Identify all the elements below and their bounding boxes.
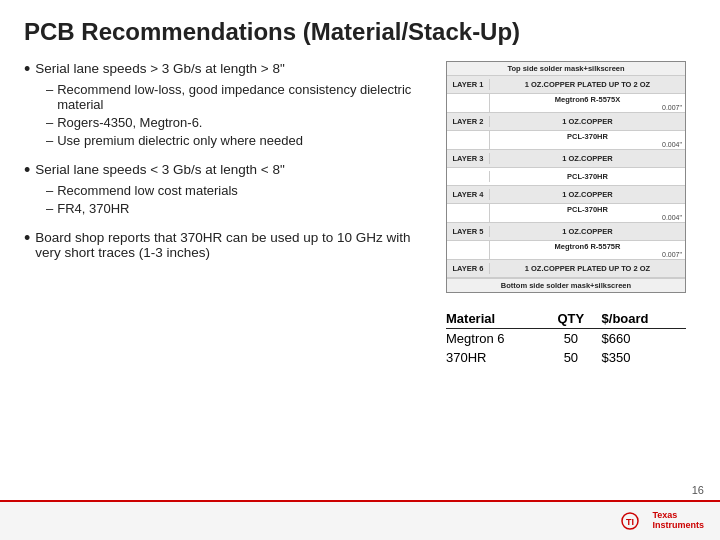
col-material: Material: [446, 309, 548, 329]
cell-qty: 50: [548, 348, 601, 367]
stackup-dielectric-3: PCL-370HR 0.004": [447, 204, 685, 223]
bullet-1-main: Serial lane speeds > 3 Gb/s at length > …: [24, 61, 432, 78]
svg-text:TI: TI: [626, 517, 634, 527]
stackup-dielectric-2: PCL-370HR 0.004": [447, 131, 685, 150]
stackup-layer-2: LAYER 2 1 OZ.COPPER: [447, 113, 685, 131]
bullet-section-2: Serial lane speeds < 3 Gb/s at length < …: [24, 162, 432, 216]
right-column: Top side solder mask+silkscreen LAYER 1 …: [446, 61, 696, 367]
cell-material: 370HR: [446, 348, 548, 367]
bullet-1-subs: Recommend low-loss, good impedance consi…: [46, 82, 432, 148]
cell-price: $350: [602, 348, 686, 367]
stackup-dielectric-4: Megtron6 R-5575R 0.007": [447, 241, 685, 260]
stackup-layer-3: LAYER 3 1 OZ.COPPER: [447, 150, 685, 168]
col-qty: QTY: [548, 309, 601, 329]
sub-bullet-2-1: Recommend low cost materials: [46, 183, 432, 198]
ti-logo-icon: TI: [612, 511, 648, 531]
bullet-2-main: Serial lane speeds < 3 Gb/s at length < …: [24, 162, 432, 179]
table-header-row: Material QTY $/board: [446, 309, 686, 329]
content-area: Serial lane speeds > 3 Gb/s at length > …: [24, 61, 696, 367]
stackup-dielectric-1: Megtron6 R-5575X 0.007": [447, 94, 685, 113]
stackup-footer: Bottom side solder mask+silkscreen: [447, 278, 685, 292]
stackup-layer-6: LAYER 6 1 OZ.COPPER PLATED UP TO 2 OZ: [447, 260, 685, 278]
bullet-section-1: Serial lane speeds > 3 Gb/s at length > …: [24, 61, 432, 148]
ti-logo-text: Texas Instruments: [652, 511, 704, 531]
ti-logo: TI Texas Instruments: [612, 511, 704, 531]
col-price: $/board: [602, 309, 686, 329]
material-table: Material QTY $/board Megtron 6 50 $660 3…: [446, 309, 686, 367]
cell-qty: 50: [548, 328, 601, 348]
stackup-diagram: Top side solder mask+silkscreen LAYER 1 …: [446, 61, 686, 293]
bullet-2-subs: Recommend low cost materials FR4, 370HR: [46, 183, 432, 216]
sub-bullet-1-1: Recommend low-loss, good impedance consi…: [46, 82, 432, 112]
bullet-section-3: Board shop reports that 370HR can be use…: [24, 230, 432, 260]
cell-material: Megtron 6: [446, 328, 548, 348]
slide-number: 16: [692, 484, 704, 496]
stackup-layer-4: LAYER 4 1 OZ.COPPER: [447, 186, 685, 204]
slide-title: PCB Recommendations (Material/Stack-Up): [24, 18, 696, 47]
table-row: 370HR 50 $350: [446, 348, 686, 367]
sub-bullet-1-3: Use premium dielectric only where needed: [46, 133, 432, 148]
stackup-core: PCL-370HR: [447, 168, 685, 186]
sub-bullet-1-2: Rogers-4350, Megtron-6.: [46, 115, 432, 130]
stackup-header: Top side solder mask+silkscreen: [447, 62, 685, 76]
sub-bullet-2-2: FR4, 370HR: [46, 201, 432, 216]
stackup-layer-5: LAYER 5 1 OZ.COPPER: [447, 223, 685, 241]
bullet-3-main: Board shop reports that 370HR can be use…: [24, 230, 432, 260]
left-column: Serial lane speeds > 3 Gb/s at length > …: [24, 61, 432, 367]
bottom-bar: TI Texas Instruments: [0, 500, 720, 540]
stackup-layer-1: LAYER 1 1 OZ.COPPER PLATED UP TO 2 OZ: [447, 76, 685, 94]
slide: PCB Recommendations (Material/Stack-Up) …: [0, 0, 720, 540]
cell-price: $660: [602, 328, 686, 348]
table-row: Megtron 6 50 $660: [446, 328, 686, 348]
